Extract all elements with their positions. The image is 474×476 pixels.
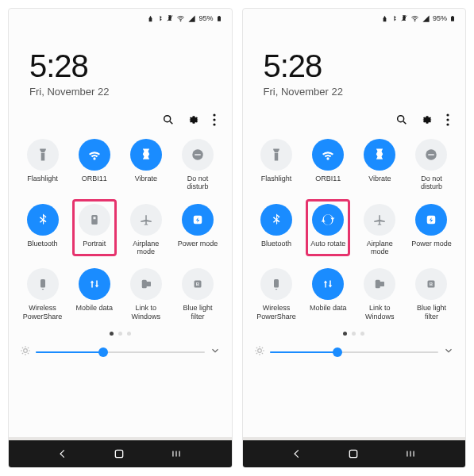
tile-airplane[interactable]: Airplane mode [354,204,406,256]
svg-rect-58 [349,450,356,457]
pager-dot [360,332,364,336]
brightness-track[interactable] [270,351,439,353]
tile-airplane[interactable]: Airplane mode [120,204,171,256]
svg-line-27 [28,347,29,348]
power-icon[interactable] [415,204,447,236]
svg-point-8 [213,123,215,125]
powershare-icon[interactable] [27,268,59,300]
svg-point-4 [164,116,170,122]
vibrate-icon[interactable] [130,139,162,171]
svg-rect-44 [274,279,279,288]
back-button[interactable] [57,448,68,459]
tile-autorotate[interactable]: Auto rotate [303,204,354,256]
tile-powershare[interactable]: Wireless PowerShare [251,268,303,321]
autorotate-icon[interactable] [312,204,344,236]
recents-button[interactable] [404,448,417,459]
home-button[interactable] [347,447,360,460]
airplane-icon[interactable] [364,204,395,236]
recents-button[interactable] [170,448,183,459]
tile-link[interactable]: Link to Windows [120,268,171,321]
tile-label: Vibrate [357,175,402,182]
more-icon[interactable] [213,113,216,129]
tile-portrait[interactable]: Portrait [68,204,120,256]
tile-power[interactable]: Power mode [171,204,223,256]
tile-mobiledata[interactable]: Mobile data [303,268,354,321]
tile-vibrate[interactable]: Vibrate [354,139,406,191]
flashlight-icon[interactable] [27,139,59,171]
tile-mobiledata[interactable]: Mobile data [68,268,120,321]
dnd-icon[interactable] [182,139,214,171]
more-icon[interactable] [446,113,449,129]
svg-point-19 [24,349,28,353]
svg-point-38 [446,113,449,116]
svg-point-33 [414,20,415,21]
settings-icon[interactable] [187,113,200,129]
home-button[interactable] [113,447,125,460]
svg-rect-46 [380,282,384,286]
chevron-down-icon[interactable] [443,345,454,359]
tile-label: ORBI11 [72,175,117,182]
brightness-slider[interactable] [9,340,232,367]
settings-icon[interactable] [421,113,434,129]
tile-flashlight[interactable]: Flashlight [17,139,68,191]
tile-label: Bluetooth [21,240,65,248]
phone-screen-2: 95% 5:28 Fri, November 22 FlashlightORBI… [242,8,467,468]
powershare-icon[interactable] [260,268,292,300]
bluetooth-icon[interactable] [27,204,59,236]
page-indicator [243,321,466,340]
navigation-bar [243,440,466,467]
tile-power[interactable]: Power mode [406,204,457,256]
quick-settings-grid: FlashlightORBI11VibrateDo not disturbBlu… [9,137,232,321]
tile-label: Mobile data [72,304,117,312]
dnd-icon[interactable] [415,139,447,171]
tile-wifi[interactable]: ORBI11 [303,139,354,191]
bluelight-icon[interactable]: B [182,268,214,300]
chevron-down-icon[interactable] [210,345,221,359]
tile-bluelight[interactable]: BBlue light filter [171,268,223,321]
flashlight-icon[interactable] [260,139,292,171]
svg-line-26 [22,353,23,354]
tile-bluetooth[interactable]: Bluetooth [251,204,303,256]
tile-vibrate[interactable]: Vibrate [120,139,171,191]
pager-dot [343,332,347,336]
back-button[interactable] [291,448,303,459]
svg-rect-14 [40,279,45,288]
svg-line-55 [261,353,262,354]
tile-bluetooth[interactable]: Bluetooth [17,204,68,256]
link-icon[interactable] [130,268,162,300]
wifi-icon[interactable] [79,139,110,171]
tile-flashlight[interactable]: Flashlight [251,139,303,191]
bluelight-icon[interactable]: B [415,268,447,300]
clock-time: 5:28 [264,48,466,84]
tile-wifi[interactable]: ORBI11 [68,139,120,191]
clock-date: Fri, November 22 [29,86,232,98]
brightness-slider[interactable] [243,340,466,367]
tile-label: Mobile data [306,304,350,312]
brightness-track[interactable] [36,351,205,353]
search-icon[interactable] [162,113,175,129]
svg-rect-3 [218,16,220,17]
search-icon[interactable] [395,113,408,129]
mobiledata-icon[interactable] [312,268,344,300]
svg-point-40 [446,123,449,125]
power-icon[interactable] [182,204,214,236]
link-icon[interactable] [364,268,395,300]
tile-link[interactable]: Link to Windows [354,268,406,321]
airplane-icon[interactable] [130,204,162,236]
svg-text:B: B [430,282,434,287]
tile-bluelight[interactable]: BBlue light filter [406,268,457,321]
tile-label: Bluetooth [254,240,299,248]
tile-dnd[interactable]: Do not disturb [171,139,223,191]
wifi-icon[interactable] [312,139,344,171]
mobiledata-icon[interactable] [79,268,110,300]
pager-dot [352,332,356,336]
tile-label: Wireless PowerShare [21,304,65,321]
bluetooth-icon[interactable] [260,204,292,236]
vibrate-icon[interactable] [364,139,395,171]
svg-line-54 [256,347,256,348]
tile-dnd[interactable]: Do not disturb [406,139,457,191]
tile-powershare[interactable]: Wireless PowerShare [17,268,68,321]
svg-line-5 [170,121,172,124]
portrait-icon[interactable] [79,204,110,236]
svg-text:B: B [196,282,200,287]
